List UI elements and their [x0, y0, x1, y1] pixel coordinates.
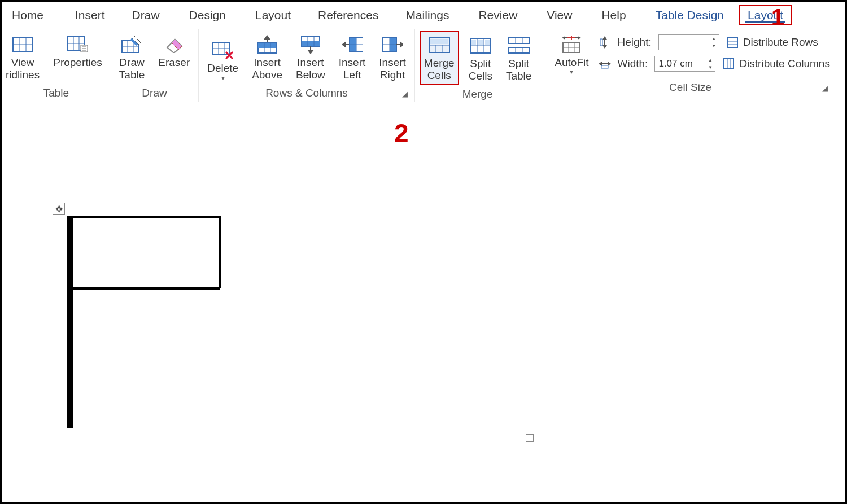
- delete-button[interactable]: Delete ▾: [203, 37, 242, 84]
- tab-home[interactable]: Home: [4, 6, 51, 24]
- split-cells-icon: [470, 35, 491, 56]
- draw-table-label-1: Draw: [119, 56, 144, 69]
- split-table-button[interactable]: Split Table: [502, 32, 535, 85]
- tab-draw[interactable]: Draw: [124, 6, 168, 24]
- svg-marker-37: [307, 50, 314, 54]
- draw-table-label-2: Table: [119, 69, 145, 81]
- tab-help[interactable]: Help: [593, 6, 634, 24]
- tab-insert[interactable]: Insert: [67, 6, 113, 24]
- svg-rect-33: [302, 41, 320, 46]
- properties-label: Properties: [53, 56, 102, 69]
- group-draw-label: Draw: [115, 87, 194, 99]
- distribute-rows-icon: [726, 36, 739, 49]
- autofit-button[interactable]: AutoFit ▾: [551, 31, 592, 78]
- insert-right-label-2: Right: [380, 69, 405, 81]
- svg-marker-26: [264, 35, 270, 40]
- delete-label: Delete: [207, 62, 238, 74]
- distribute-rows-button[interactable]: Distribute Rows: [726, 36, 818, 49]
- tab-mailings[interactable]: Mailings: [398, 6, 457, 24]
- ribbon-tabs: Home Insert Draw Design Layout Reference…: [2, 2, 845, 29]
- group-cell-size-label: Cell Size ◢: [551, 81, 830, 94]
- table-cell[interactable]: [72, 392, 73, 427]
- autofit-icon: [561, 34, 582, 55]
- draw-table-button[interactable]: Draw Table: [115, 31, 149, 84]
- autofit-label: AutoFit: [555, 56, 588, 69]
- table-cell[interactable]: [72, 252, 73, 287]
- split-table-label-1: Split: [508, 58, 529, 70]
- draw-table-icon: [121, 34, 143, 55]
- tab-table-design[interactable]: Table Design: [648, 6, 732, 24]
- svg-rect-87: [601, 65, 608, 68]
- width-input[interactable]: 1.07 cm ▲▼: [654, 56, 715, 72]
- width-icon: [599, 58, 611, 70]
- properties-button[interactable]: Properties: [49, 31, 106, 84]
- tab-references[interactable]: References: [310, 6, 386, 24]
- ribbon: View ridlines Properties Table: [2, 29, 845, 104]
- insert-left-label-1: Insert: [339, 56, 366, 69]
- chevron-down-icon: ▾: [221, 74, 225, 82]
- table-cell[interactable]: [72, 217, 73, 252]
- insert-below-button[interactable]: Insert Below: [292, 31, 329, 84]
- spinner-down-icon[interactable]: ▼: [709, 42, 719, 50]
- eraser-icon: [163, 34, 185, 55]
- svg-marker-38: [342, 41, 346, 48]
- insert-left-button[interactable]: Insert Left: [335, 31, 370, 84]
- distribute-rows-label: Distribute Rows: [743, 36, 818, 49]
- table-cell[interactable]: [72, 322, 73, 357]
- merge-cells-label-1: Merge: [424, 57, 455, 69]
- group-merge: Merge Cells Split Cells Split Table: [415, 29, 540, 102]
- height-icon: [599, 36, 611, 49]
- insert-above-button[interactable]: Insert Above: [248, 31, 286, 84]
- insert-right-button[interactable]: Insert Right: [375, 31, 410, 84]
- distribute-columns-icon: [722, 58, 735, 70]
- split-table-label-2: Table: [506, 70, 531, 82]
- callout-number-2: 2: [394, 118, 409, 148]
- group-cell-size: AutoFit ▾ Height: ▲▼: [540, 29, 840, 102]
- group-rows-columns: Delete ▾ Insert Above Insert Below: [199, 29, 415, 102]
- group-table-label: Table: [6, 87, 106, 99]
- insert-right-label-1: Insert: [379, 56, 406, 69]
- tab-review[interactable]: Review: [470, 6, 525, 24]
- height-input[interactable]: ▲▼: [658, 34, 719, 50]
- distribute-columns-button[interactable]: Distribute Columns: [722, 58, 830, 70]
- insert-below-label-2: Below: [296, 69, 325, 81]
- svg-rect-29: [258, 43, 276, 48]
- callout-number-1: 1: [771, 4, 784, 31]
- merge-cells-icon: [429, 34, 450, 56]
- table-cell[interactable]: [72, 287, 73, 322]
- selection-border: [219, 216, 221, 288]
- table-cell[interactable]: [72, 357, 73, 392]
- svg-rect-54: [430, 39, 448, 44]
- svg-rect-61: [485, 40, 490, 45]
- group-rows-columns-label: Rows & Columns ◢: [203, 87, 410, 99]
- merge-cells-label-2: Cells: [427, 69, 451, 82]
- width-label: Width:: [618, 58, 648, 70]
- spinner-up-icon[interactable]: ▲: [705, 56, 715, 64]
- tab-design[interactable]: Design: [181, 6, 234, 24]
- split-cells-button[interactable]: Split Cells: [465, 32, 496, 85]
- eraser-label: Eraser: [158, 56, 190, 69]
- properties-icon: [67, 34, 89, 55]
- insert-above-label-2: Above: [252, 69, 282, 81]
- svg-rect-88: [723, 59, 734, 69]
- dialog-launcher-icon[interactable]: ◢: [822, 84, 828, 93]
- selection-border: [67, 216, 220, 218]
- tab-view[interactable]: View: [539, 6, 580, 24]
- dialog-launcher-icon[interactable]: ◢: [402, 90, 408, 98]
- selection-border: [67, 287, 220, 290]
- insert-right-icon: [382, 34, 403, 55]
- spinner-up-icon[interactable]: ▲: [709, 35, 719, 42]
- table-resize-handle[interactable]: [526, 434, 534, 442]
- group-merge-label: Merge: [420, 88, 536, 100]
- spinner-down-icon[interactable]: ▼: [705, 64, 715, 71]
- eraser-button[interactable]: Eraser: [154, 31, 194, 84]
- table-move-handle[interactable]: ✥: [53, 203, 65, 215]
- svg-marker-69: [562, 36, 565, 40]
- view-gridlines-button[interactable]: View ridlines: [2, 31, 43, 84]
- merge-cells-button[interactable]: Merge Cells: [420, 31, 459, 85]
- svg-rect-60: [478, 40, 483, 45]
- svg-marker-78: [602, 36, 607, 40]
- selection-border: [67, 216, 69, 288]
- tab-layout[interactable]: Layout: [247, 6, 299, 24]
- insert-left-label-2: Left: [343, 69, 361, 81]
